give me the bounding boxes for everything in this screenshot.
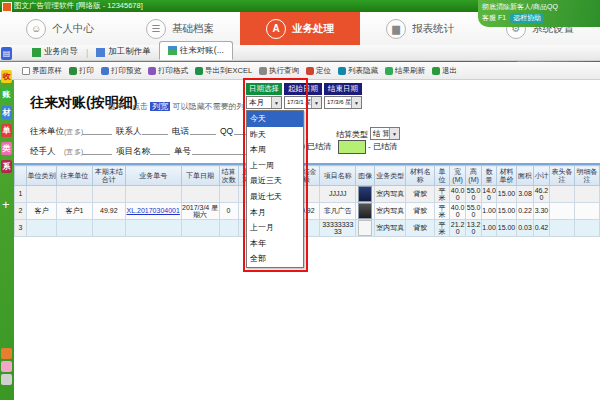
dropdown-item[interactable]: 全部 <box>247 251 303 267</box>
nav-item-business[interactable]: A 业务处理 <box>240 12 360 45</box>
handler-input[interactable] <box>82 144 112 155</box>
col-header[interactable]: 往来单位 <box>56 166 92 186</box>
col-header[interactable]: 面积 <box>517 166 534 186</box>
col-header[interactable]: 单位 <box>435 166 450 186</box>
toolbar-button-label: 导出到EXCEL <box>205 66 252 76</box>
dropdown-item[interactable]: 最近七天 <box>247 189 303 205</box>
service-label[interactable]: 客服 F1 <box>482 13 506 23</box>
refresh-button[interactable]: 结果刷新 <box>385 66 425 76</box>
settle-type-combo[interactable]: 结 算 ▼ <box>370 127 400 140</box>
restore-layout-icon <box>22 67 30 75</box>
dropdown-item[interactable]: 本月 <box>247 205 303 221</box>
end-date-header: 结束日期 <box>324 83 362 95</box>
toolbar-button-label: 定位 <box>316 66 331 76</box>
hint-link[interactable]: 列宽 <box>150 102 170 111</box>
table-cell: 40.00 <box>450 186 466 203</box>
sidebar-tab-4[interactable]: 单 <box>1 124 12 137</box>
col-header[interactable]: 单位类别 <box>26 166 56 186</box>
expand-plus-handle[interactable]: + <box>2 197 10 212</box>
subtab-bar: 业务向导 | 加工制作单 往来对账(... <box>0 45 600 61</box>
table-cell <box>92 220 125 237</box>
col-header[interactable]: 结算次数 <box>219 166 238 186</box>
table-cell <box>26 220 56 237</box>
user-icon: ☺ <box>26 19 46 39</box>
row-number[interactable]: 2 <box>15 203 27 220</box>
col-header[interactable]: 材料名称 <box>406 166 435 186</box>
sidebar-tab-2[interactable]: 账 <box>1 88 12 101</box>
date-dropdown-list: 今天昨天本周上一周最近三天最近七天本月上一月本年全部 <box>246 110 304 268</box>
project-input[interactable] <box>150 144 170 155</box>
print-preview-button[interactable]: 打印预览 <box>101 66 141 76</box>
dropdown-item[interactable]: 今天 <box>247 111 303 127</box>
phone-input[interactable] <box>190 124 216 135</box>
table-cell: 15.00 <box>497 186 517 203</box>
sidebar-tab-6[interactable]: 系 <box>1 160 12 173</box>
col-header[interactable]: 材料单价 <box>497 166 517 186</box>
end-date-combo[interactable]: 17/3/6 星期一 ▼ <box>324 96 362 109</box>
nav-item-personal[interactable]: ☺ 个人中心 <box>0 12 120 45</box>
subtab-wizard[interactable]: 业务向导 <box>24 44 86 60</box>
table-cell <box>356 220 375 237</box>
hint-text: 提示：点击 列宽 可以隐藏不需要的列 <box>108 101 244 112</box>
search-button[interactable]: 执行查询 <box>259 66 299 76</box>
sidebar-bottom-tab-3[interactable] <box>1 374 12 385</box>
sheet-icon <box>168 46 177 55</box>
dropdown-item[interactable]: 本年 <box>247 236 303 252</box>
sidebar-tab-5[interactable]: 类 <box>1 142 12 155</box>
row-number[interactable]: 1 <box>15 186 27 203</box>
table-cell: 背胶 <box>406 186 435 203</box>
col-header[interactable]: 数量 <box>482 166 497 186</box>
table-cell <box>181 186 219 203</box>
locate-button[interactable]: 定位 <box>306 66 331 76</box>
print-button[interactable]: 打印 <box>69 66 94 76</box>
subtab-reconciliation[interactable]: 往来对账(... <box>159 41 233 60</box>
table-row: 33333333333室内写真背胶平米21.2013.201.0015.000.… <box>15 220 600 237</box>
dropdown-item[interactable]: 昨天 <box>247 127 303 143</box>
col-header[interactable]: 下单日期 <box>181 166 219 186</box>
dropdown-item[interactable]: 本周 <box>247 142 303 158</box>
table-cell: 15.00 <box>497 203 517 220</box>
order-number-link[interactable]: XL.20170304001 <box>127 207 180 214</box>
date-range-combo[interactable]: 本月 ▼ <box>246 96 282 109</box>
restore-layout-button[interactable]: 界面原样 <box>22 66 62 76</box>
col-header[interactable]: 小计 <box>533 166 549 186</box>
sidebar-bottom-tab-2[interactable] <box>1 361 12 372</box>
chevron-down-icon: ▼ <box>271 97 281 108</box>
table-cell <box>56 186 92 203</box>
partner-input[interactable] <box>82 124 112 135</box>
report-icon: ▆ <box>386 19 406 39</box>
nav-item-reports[interactable]: ▆ 报表统计 <box>360 12 480 45</box>
table-cell: 1.00 <box>482 220 497 237</box>
table-cell: 0.22 <box>517 203 534 220</box>
table-cell: 背胶 <box>406 220 435 237</box>
export-excel-button[interactable]: 导出到EXCEL <box>195 66 252 76</box>
toolbar-button-label: 打印格式 <box>158 66 188 76</box>
col-header[interactable]: 业务类型 <box>375 166 406 186</box>
col-header[interactable]: 明细备注 <box>574 166 599 186</box>
sidebar-tab-3[interactable]: 材 <box>1 106 12 119</box>
print-format-button[interactable]: 打印格式 <box>148 66 188 76</box>
dropdown-item[interactable]: 最近三天 <box>247 173 303 189</box>
start-date-combo[interactable]: 17/3/1 星期三 ▼ <box>284 96 322 109</box>
promo-overlay: 彻底清除新客人/商品QQ 客服 F1 远程协助 <box>478 0 600 27</box>
sidebar-bottom-tab-1[interactable] <box>1 348 12 359</box>
dropdown-item[interactable]: 上一月 <box>247 220 303 236</box>
contact-input[interactable] <box>142 124 168 135</box>
col-header[interactable]: 图像 <box>356 166 375 186</box>
row-number[interactable]: 3 <box>15 220 27 237</box>
hide-list-button[interactable]: 列表隐藏 <box>338 66 378 76</box>
exit-button[interactable]: 退出 <box>432 66 457 76</box>
col-header[interactable]: 本期未结合计 <box>92 166 125 186</box>
table-cell: 客户1 <box>56 203 92 220</box>
dock-icon[interactable]: ▤ <box>1 47 12 60</box>
remote-assist-button[interactable]: 远程协助 <box>510 13 544 23</box>
col-header[interactable]: 表头备注 <box>549 166 574 186</box>
col-header[interactable]: 高(M) <box>466 166 482 186</box>
subtab-processing-order[interactable]: 加工制作单 <box>88 44 159 60</box>
col-header[interactable]: 业务单号 <box>125 166 181 186</box>
sidebar-tab-1[interactable]: 收 <box>1 70 12 83</box>
toolbar-button-label: 执行查询 <box>269 66 299 76</box>
col-header[interactable]: 项目名称 <box>320 166 356 186</box>
dropdown-item[interactable]: 上一周 <box>247 158 303 174</box>
col-header[interactable]: 宽(M) <box>450 166 466 186</box>
